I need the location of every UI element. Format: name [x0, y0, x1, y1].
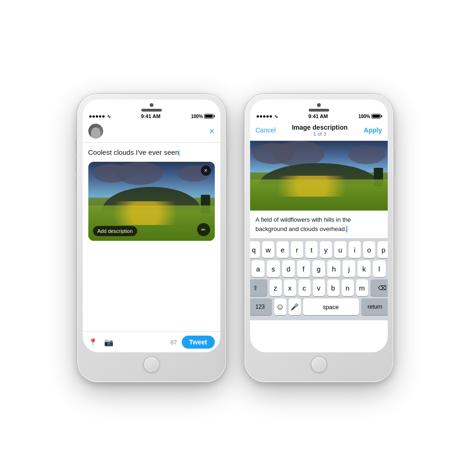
phone2-camera	[317, 103, 321, 107]
phone1-home-area	[83, 352, 220, 377]
cloud2	[116, 162, 163, 185]
image-description-screen: Cancel Image description 1 of 3 Apply	[250, 120, 388, 352]
cancel-button[interactable]: Cancel	[256, 126, 276, 134]
return-key[interactable]: return	[361, 298, 388, 315]
phone-2: ∿ 9:41 AM 100% Cancel Image description	[245, 94, 393, 382]
user-avatar	[88, 124, 103, 139]
signal-dots-2	[257, 115, 272, 118]
emoji-key[interactable]: ☺	[274, 298, 286, 315]
description-textarea[interactable]: A field of wildflowers with hills in the…	[250, 211, 388, 238]
delete-key[interactable]: ⌫	[371, 279, 388, 296]
phone1-status-bar: ∿ 9:41 AM 100%	[83, 112, 220, 120]
key-v[interactable]: v	[313, 279, 325, 296]
wifi-icon-2: ∿	[274, 114, 278, 119]
battery-fill	[205, 115, 212, 118]
phone1-camera	[150, 103, 153, 107]
shift-icon: ⇧	[253, 284, 258, 291]
location-icon[interactable]: 📍	[88, 338, 98, 347]
phone1-time: 9:41 AM	[141, 113, 160, 119]
tweet-text: Coolest clouds I've ever seen	[88, 148, 179, 156]
phone-1: ∿ 9:41 AM 100%	[77, 94, 226, 382]
key-p[interactable]: p	[377, 241, 388, 258]
key-n[interactable]: n	[342, 279, 354, 296]
text-cursor	[179, 150, 180, 156]
key-f[interactable]: f	[297, 260, 310, 277]
phone2-battery-icon	[371, 114, 381, 119]
phone1-top-area	[83, 99, 220, 112]
tweet-button[interactable]: Tweet	[182, 336, 215, 349]
key-o[interactable]: o	[363, 241, 375, 258]
phone1-battery-area: 100%	[191, 114, 214, 119]
dot1	[89, 115, 92, 118]
phone2-battery-area: 100%	[358, 114, 381, 119]
delete-icon: ⌫	[378, 284, 386, 291]
cloud-c	[348, 145, 385, 164]
phone2-home-button[interactable]	[311, 356, 327, 373]
key-z[interactable]: z	[270, 279, 282, 296]
compose-header: ×	[83, 120, 220, 143]
description-image	[250, 141, 388, 211]
key-l[interactable]: l	[373, 260, 386, 277]
description-text: A field of wildflowers with hills in the…	[256, 216, 351, 232]
keyboard[interactable]: q w e r t y u i o p a s d	[250, 238, 388, 320]
apply-button[interactable]: Apply	[364, 126, 382, 134]
shift-key[interactable]: ⇧	[250, 279, 267, 296]
dot5	[270, 115, 272, 118]
dot3	[263, 115, 265, 118]
dot3	[96, 115, 98, 118]
header-title: Image description	[292, 124, 348, 131]
phone1-home-button[interactable]	[143, 356, 160, 373]
key-e[interactable]: e	[277, 241, 289, 258]
key-b[interactable]: b	[327, 279, 339, 296]
key-x[interactable]: x	[284, 279, 296, 296]
dot2	[260, 115, 262, 118]
key-y[interactable]: y	[320, 241, 332, 258]
key-d[interactable]: d	[282, 260, 295, 277]
wifi-icon: ∿	[107, 114, 111, 119]
phone2-battery-pct: 100%	[358, 114, 371, 119]
key-q[interactable]: q	[250, 241, 260, 258]
key-g[interactable]: g	[312, 260, 325, 277]
add-description-button[interactable]: Add description	[93, 226, 138, 236]
phone2-signal: ∿	[257, 114, 278, 119]
desc-media-image	[250, 141, 388, 211]
remove-media-button[interactable]: ×	[201, 165, 211, 176]
numbers-key[interactable]: 123	[250, 298, 272, 315]
key-s[interactable]: s	[267, 260, 280, 277]
phone1-signal: ∿	[89, 114, 111, 119]
media-container: × Add description ✏	[88, 162, 215, 241]
key-k[interactable]: k	[357, 260, 371, 277]
key-j[interactable]: j	[343, 260, 356, 277]
key-h[interactable]: h	[327, 260, 340, 277]
avatar-image	[88, 124, 103, 139]
header-subtitle: 1 of 3	[292, 131, 348, 137]
key-r[interactable]: r	[291, 241, 303, 258]
dot4	[99, 115, 101, 118]
phone2-time: 9:41 AM	[308, 113, 328, 119]
dot1	[257, 115, 259, 118]
close-button[interactable]: ×	[209, 126, 215, 137]
key-m[interactable]: m	[356, 279, 368, 296]
keyboard-row-2: a s d f g h j k l	[252, 260, 386, 277]
compose-screen: × Coolest clouds I've ever seen	[83, 120, 220, 352]
space-key[interactable]: space	[303, 298, 359, 315]
key-u[interactable]: u	[334, 241, 346, 258]
key-t[interactable]: t	[305, 241, 318, 258]
phone2-home-area	[250, 352, 388, 377]
phone2-status-bar: ∿ 9:41 AM 100%	[250, 112, 388, 120]
key-c[interactable]: c	[298, 279, 311, 296]
dot4	[266, 115, 269, 118]
compose-footer: 📍 📷 87 Tweet	[83, 331, 220, 352]
key-i[interactable]: i	[349, 241, 361, 258]
yellow-flowers-2	[264, 176, 360, 197]
edit-media-button[interactable]: ✏	[197, 223, 210, 236]
keyboard-row-bottom: 123 ☺ 🎤 space return	[252, 298, 386, 315]
tweet-text-area[interactable]: Coolest clouds I've ever seen	[83, 143, 220, 162]
key-w[interactable]: w	[262, 241, 274, 258]
description-header: Cancel Image description 1 of 3 Apply	[250, 120, 388, 141]
mic-key[interactable]: 🎤	[289, 298, 301, 315]
phone1-battery-pct: 100%	[191, 114, 203, 119]
dot5	[102, 115, 105, 118]
camera-icon[interactable]: 📷	[104, 338, 113, 347]
key-a[interactable]: a	[252, 260, 265, 277]
